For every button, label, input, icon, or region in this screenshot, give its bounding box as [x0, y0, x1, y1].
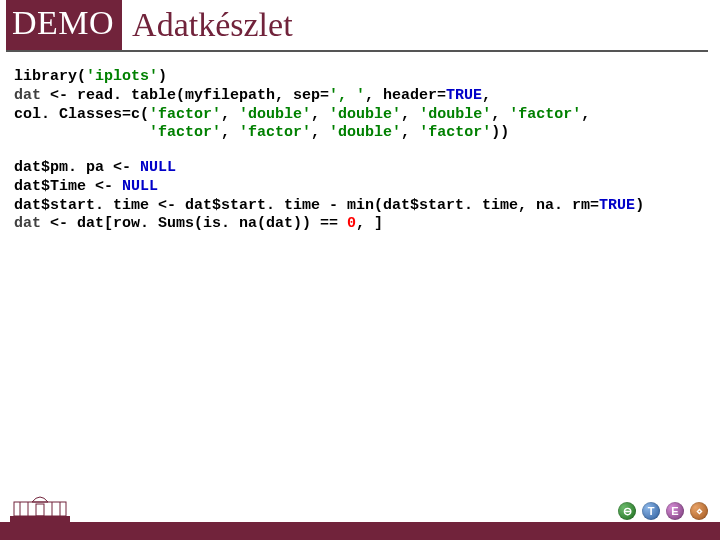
demo-badge: DEMO: [6, 0, 122, 50]
footer-icon: T: [642, 502, 660, 520]
footer-bar: [0, 522, 720, 540]
code-line: dat <- dat[row. Sums(is. na(dat)) == 0, …: [14, 215, 706, 234]
page-title: Adatkészlet: [122, 0, 293, 50]
code-line: library('iplots'): [14, 68, 706, 87]
university-logo: [10, 492, 70, 522]
code-line: dat$pm. pa <- NULL: [14, 159, 706, 178]
footer-icon: ⊖: [618, 502, 636, 520]
slide: DEMO Adatkészlet library('iplots')dat <-…: [0, 0, 720, 540]
footer-icons: ⊖ T E ⋄: [618, 502, 708, 520]
code-line: dat$start. time <- dat$start. time - min…: [14, 197, 706, 216]
code-line: dat <- read. table(myfilepath, sep=', ',…: [14, 87, 706, 106]
title-row: DEMO Adatkészlet: [6, 0, 708, 52]
footer-icon: E: [666, 502, 684, 520]
code-line: dat$Time <- NULL: [14, 178, 706, 197]
footer-icon: ⋄: [690, 502, 708, 520]
code-block: library('iplots')dat <- read. table(myfi…: [0, 52, 720, 234]
code-line: col. Classes=c('factor', 'double', 'doub…: [14, 106, 706, 125]
code-line: 'factor', 'factor', 'double', 'factor')): [14, 124, 706, 143]
svg-rect-6: [36, 504, 44, 516]
